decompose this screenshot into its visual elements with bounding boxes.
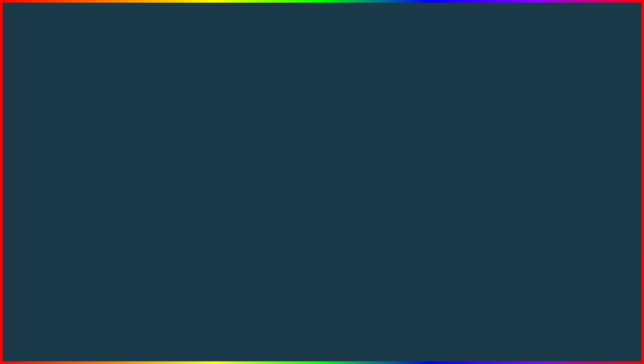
section-auto-use-cartes: Auto use cartes auto use sword crates au… <box>261 159 390 205</box>
tab-shop-left[interactable]: shop <box>134 107 153 115</box>
toggle-follow-ball[interactable] <box>205 197 217 203</box>
spam-parry-status: Status: off <box>348 143 416 150</box>
section-parry-skill: parry skill Rage Parry or Rapture Parry <box>92 160 221 184</box>
left-window: Blade Ball | NEVA HUB ✎ Auto Parry shop … <box>92 92 222 232</box>
auto-farm-banner: AUTO FARM SCRIPT PASTEBIN <box>0 316 644 354</box>
spam-parry-toggle-label[interactable]: spam parry toggle <box>348 131 416 139</box>
toggle-auto-parry-fix[interactable] <box>205 131 217 138</box>
right-window-controls: — ✕ <box>373 95 386 101</box>
close-button[interactable]: ✕ <box>380 95 386 101</box>
pencil-icon: ✎ <box>101 109 105 114</box>
icon-ball <box>588 304 607 322</box>
spam-parry-credit: script by cat dev <box>348 151 416 156</box>
section-follow-ball: follow ball (troll) follow ball <box>92 184 221 208</box>
left-window-tabs: ✎ Auto Parry shop setting troll <box>92 104 221 118</box>
icon-character-hat <box>603 276 616 282</box>
toggle-rage-rapture[interactable] <box>205 173 217 180</box>
row-auto-parry-fix: Auto Parry (Fixing the issue of very slo… <box>97 129 217 140</box>
left-window-title: Blade Ball | NEVA HUB <box>96 95 147 101</box>
icon-char2 <box>573 296 587 316</box>
main-title: BLADE BALL <box>0 7 644 66</box>
right-window-title-bar: Blade Ball | NEVA HUB — ✕ <box>261 93 390 104</box>
right-window-title: Blade Ball | NEVA HUB <box>265 95 315 101</box>
toggle-auto-win[interactable] <box>205 220 217 227</box>
toggle-auto-explode-crates[interactable] <box>373 183 385 189</box>
tab-troll-left[interactable]: troll <box>180 107 197 115</box>
button-auto-parry-v2[interactable]: button <box>198 148 217 156</box>
row-rage-rapture: Rage Parry or Rapture Parry <box>97 171 217 182</box>
section-auto-win: auto win (op) auto win <box>92 208 221 231</box>
spam-parry-title: spam parry <box>348 119 416 128</box>
row-auto-halloween-crates: auto use Halloween crates <box>266 192 385 203</box>
tab-setting-left[interactable]: setting <box>155 107 178 115</box>
toggle-auto-halloween-crates[interactable] <box>373 194 385 200</box>
row-auto-win: auto win <box>97 218 217 229</box>
tab-shop-right[interactable]: shop <box>297 107 317 115</box>
minimize-button[interactable]: — <box>373 95 378 101</box>
tab-auto-parry-right[interactable]: Auto Parry <box>265 107 295 115</box>
icon-char2-head <box>576 292 584 299</box>
toggle-auto-sword-crates[interactable] <box>373 172 385 178</box>
tab-setting-right[interactable]: setting <box>319 107 342 115</box>
spam-parry-popup: spam parry spam parry toggle Status: off… <box>340 114 424 161</box>
row-follow-ball: follow ball <box>97 195 217 206</box>
game-icon <box>571 274 624 327</box>
row-auto-sword-crates: auto use sword crates <box>266 170 385 181</box>
section-auto-parry: Auto Parry Auto Parry (Fixing the issue … <box>92 118 221 160</box>
game-icon-inner <box>572 275 623 326</box>
row-auto-parry-v2: Auto parry v2 (so good) Auto parry v2 (c… <box>97 140 217 158</box>
row-auto-explode-crates: auto use explode crates <box>266 181 385 192</box>
tab-auto-parry-left[interactable]: ✎ Auto Parry <box>96 107 132 115</box>
left-window-title-bar: Blade Ball | NEVA HUB <box>92 93 221 104</box>
